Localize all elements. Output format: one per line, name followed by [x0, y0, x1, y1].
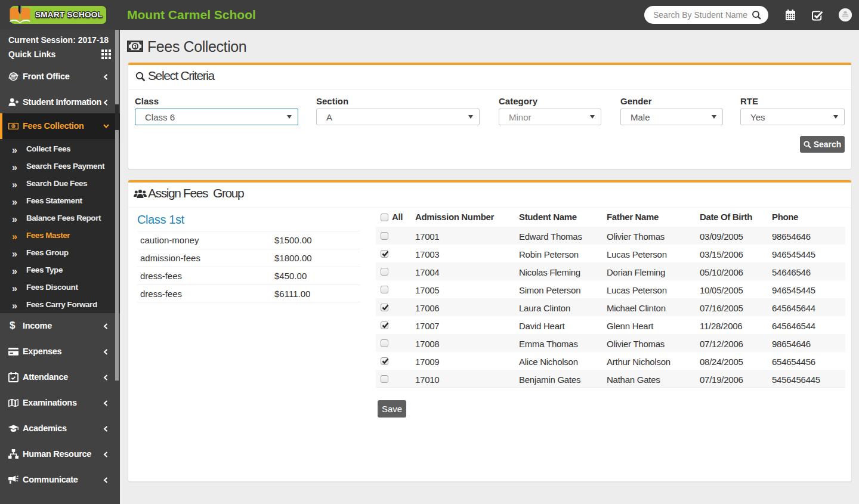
- svg-text:1: 1: [13, 124, 14, 128]
